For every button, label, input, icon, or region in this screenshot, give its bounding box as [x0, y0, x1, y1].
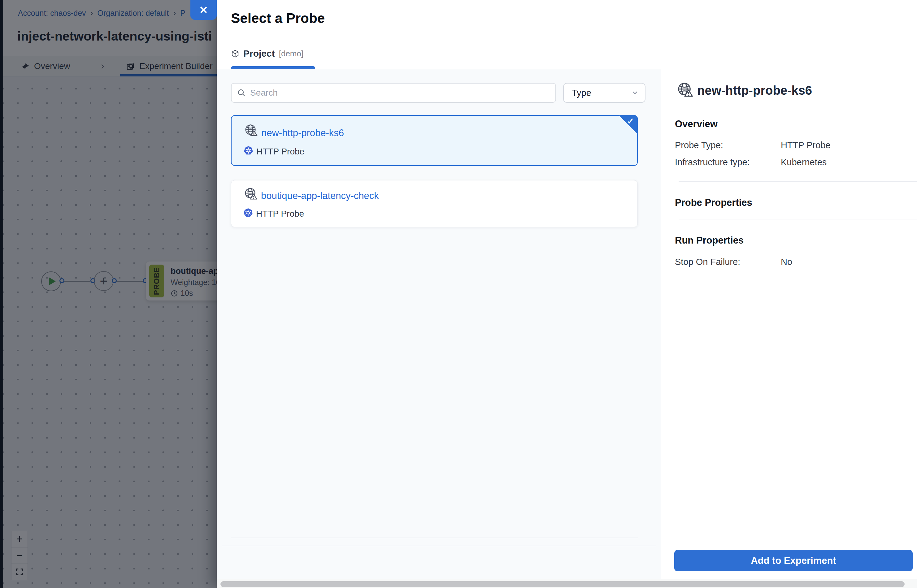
- section-divider: [679, 219, 917, 220]
- probe-card[interactable]: boutique-app-latency-check HTTP Probe: [231, 180, 638, 227]
- tabpanel-bottom-divider: [222, 546, 656, 546]
- http-probe-globe-icon: [244, 187, 258, 201]
- field-value: HTTP Probe: [781, 140, 831, 150]
- probe-name-link[interactable]: new-http-probe-ks6: [261, 128, 344, 139]
- add-to-experiment-button[interactable]: Add to Experiment: [674, 550, 913, 571]
- probe-name-link[interactable]: boutique-app-latency-check: [261, 190, 379, 202]
- field-label: Stop On Failure:: [675, 257, 740, 267]
- probe-type-label: HTTP Probe: [256, 209, 304, 219]
- field-label: Infrastructure type:: [675, 157, 750, 167]
- search-input[interactable]: [250, 88, 555, 98]
- search-icon: [237, 89, 246, 97]
- screen: Account: chaos-dev › Organization: defau…: [0, 0, 917, 588]
- tab-project-label: Project: [243, 48, 275, 59]
- run-properties-heading: Run Properties: [675, 235, 744, 246]
- chevron-down-icon: [631, 89, 639, 97]
- select-probe-modal: Select a Probe Project [demo] Type: [217, 0, 917, 588]
- field-label: Probe Type:: [675, 140, 723, 150]
- http-probe-globe-icon: [676, 81, 694, 99]
- cube-icon: [231, 50, 239, 58]
- scrollbar-thumb[interactable]: [220, 581, 905, 587]
- list-bottom-divider: [231, 538, 638, 538]
- modal-title: Select a Probe: [231, 11, 325, 26]
- section-divider: [679, 181, 917, 182]
- tab-project-scope: [demo]: [279, 49, 304, 58]
- probe-properties-heading: Probe Properties: [675, 197, 752, 208]
- details-probe-name: new-http-probe-ks6: [697, 84, 812, 97]
- type-filter-label: Type: [572, 88, 591, 98]
- check-icon: ✓: [627, 116, 634, 126]
- type-filter-dropdown[interactable]: Type: [563, 83, 645, 103]
- field-value: Kubernetes: [781, 157, 826, 167]
- horizontal-scrollbar: [217, 579, 917, 588]
- probe-type-label: HTTP Probe: [256, 147, 304, 157]
- probe-card-selected[interactable]: ✓ new-http-probe-ks6 HTTP Probe: [231, 115, 638, 166]
- tab-project[interactable]: Project [demo]: [231, 48, 303, 59]
- field-value: No: [781, 257, 792, 267]
- close-button[interactable]: ✕: [191, 0, 217, 20]
- kubernetes-icon: [243, 208, 253, 218]
- kubernetes-icon: [243, 145, 254, 156]
- active-tab-underline: [231, 66, 315, 69]
- http-probe-globe-icon: [244, 123, 258, 137]
- search-box: [231, 83, 556, 103]
- overview-heading: Overview: [675, 118, 718, 130]
